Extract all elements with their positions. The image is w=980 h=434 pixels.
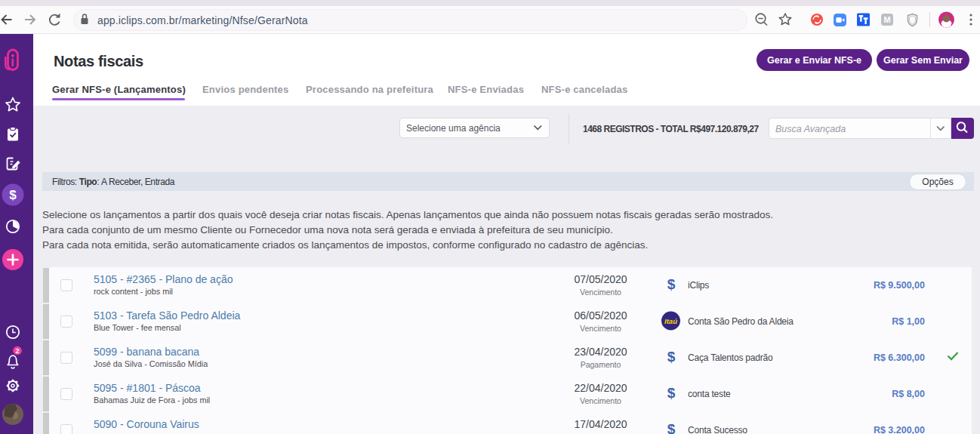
svg-text:Itaú: Itaú bbox=[664, 317, 677, 325]
